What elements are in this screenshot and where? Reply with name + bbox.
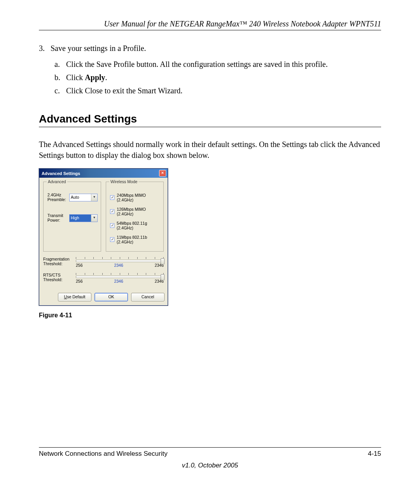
power-value: High	[70, 215, 91, 222]
checkbox-icon[interactable]: ✓	[110, 209, 114, 214]
substep-prefix: Click	[66, 73, 85, 82]
dialog-buttons: Use Default OK Cancel	[39, 292, 168, 305]
frag-slider-row: Fragmentation Threshold: 256 2346 2346	[43, 256, 164, 271]
chevron-down-icon[interactable]: ▼	[91, 215, 97, 222]
checkbox-icon[interactable]: ✓	[110, 223, 114, 228]
frag-value: 2346	[114, 263, 123, 268]
substep-text: Click the Save Profile button. All the c…	[66, 58, 328, 71]
slider-thumb[interactable]	[161, 258, 164, 264]
substep-letter: b.	[54, 71, 66, 84]
running-header: User Manual for the NETGEAR RangeMax™ 24…	[39, 19, 381, 28]
step-text: Save your settings in a Profile.	[51, 42, 146, 54]
slider-thumb[interactable]	[161, 274, 164, 280]
substep-letter: c.	[54, 84, 66, 97]
cancel-button[interactable]: Cancel	[131, 293, 164, 301]
slider-ticks	[76, 273, 164, 275]
section-rule	[39, 127, 381, 127]
ok-button[interactable]: OK	[94, 293, 128, 301]
substep-b: b. Click Apply.	[54, 71, 381, 84]
rts-label: RTS/CTS Threshold:	[43, 272, 76, 282]
slider-ticks	[76, 257, 164, 259]
mode-row-0: ✓ 240Mbps MIMO (2.4GHz)	[110, 193, 160, 202]
power-combo[interactable]: High ▼	[69, 214, 98, 222]
figure-caption: Figure 4-11	[39, 312, 381, 319]
step-3: 3. Save your settings in a Profile.	[39, 42, 381, 54]
dialog-title: Advanced Settings	[42, 171, 80, 176]
rts-min: 256	[76, 279, 83, 284]
mode-label: 126Mbps MIMO (2.4GHz)	[117, 207, 160, 216]
mode-label: 11Mbps 802.11b (2.4GHz)	[117, 235, 160, 244]
rts-slider-row: RTS/CTS Threshold: 256 2346 2346	[43, 272, 164, 287]
frag-label: Fragmentation Threshold:	[43, 256, 76, 266]
wireless-legend: Wireless Mode	[109, 179, 138, 184]
power-label: Transmit Power:	[47, 214, 69, 222]
checkbox-icon[interactable]: ✓	[110, 237, 114, 242]
preamble-label: 2.4GHz Preamble:	[47, 193, 69, 202]
advanced-groupbox: Advanced 2.4GHz Preamble: Auto ▼ Transmi…	[43, 182, 101, 252]
close-icon[interactable]: ×	[159, 170, 166, 177]
footer-section: Network Connections and Wireless Securit…	[39, 450, 168, 458]
mode-label: 54Mbps 802.11g (2.4GHz)	[117, 221, 160, 230]
page-footer: Network Connections and Wireless Securit…	[39, 447, 381, 469]
substep-letter: a.	[54, 58, 66, 71]
step-number: 3.	[39, 42, 51, 54]
footer-rule	[39, 447, 381, 448]
substep-c: c. Click Close to exit the Smart Wizard.	[54, 84, 381, 97]
mode-label: 240Mbps MIMO (2.4GHz)	[117, 193, 160, 202]
mode-row-1: ✓ 126Mbps MIMO (2.4GHz)	[110, 207, 160, 216]
sliders: Fragmentation Threshold: 256 2346 2346	[43, 256, 164, 287]
section-heading: Advanced Settings	[39, 113, 381, 125]
dialog-titlebar[interactable]: Advanced Settings ×	[39, 169, 168, 178]
advanced-legend: Advanced	[47, 179, 67, 184]
chevron-down-icon[interactable]: ▼	[91, 194, 97, 201]
header-rule	[39, 30, 381, 30]
mode-row-3: ✓ 11Mbps 802.11b (2.4GHz)	[110, 235, 160, 244]
frag-slider[interactable]: 256 2346 2346	[76, 256, 164, 271]
advanced-settings-dialog: Advanced Settings × Advanced 2.4GHz Prea…	[39, 168, 168, 306]
checkbox-icon[interactable]: ✓	[110, 195, 114, 200]
wireless-mode-groupbox: Wireless Mode ✓ 240Mbps MIMO (2.4GHz) ✓ …	[106, 182, 164, 252]
dialog-body: Advanced 2.4GHz Preamble: Auto ▼ Transmi…	[39, 178, 168, 292]
preamble-combo[interactable]: Auto ▼	[69, 194, 98, 201]
substep-text: Click Close to exit the Smart Wizard.	[66, 84, 182, 97]
preamble-value: Auto	[70, 194, 91, 201]
use-default-button[interactable]: Use Default	[58, 293, 91, 301]
substep-text: Click Apply.	[66, 71, 107, 84]
substep-a: a. Click the Save Profile button. All th…	[54, 58, 381, 71]
rts-slider[interactable]: 256 2346 2346	[76, 272, 164, 287]
substep-suffix: .	[105, 73, 107, 82]
preamble-row: 2.4GHz Preamble: Auto ▼	[47, 193, 98, 202]
rts-value: 2346	[114, 279, 123, 284]
mode-row-2: ✓ 54Mbps 802.11g (2.4GHz)	[110, 221, 160, 230]
footer-page: 4-15	[368, 450, 381, 458]
slider-track[interactable]	[76, 276, 164, 278]
footer-version: v1.0, October 2005	[39, 462, 381, 469]
power-row: Transmit Power: High ▼	[47, 214, 98, 222]
apply-bold: Apply	[85, 73, 105, 82]
section-paragraph: The Advanced Settings should normally wo…	[39, 139, 381, 161]
slider-track[interactable]	[76, 260, 164, 262]
frag-min: 256	[76, 263, 83, 268]
